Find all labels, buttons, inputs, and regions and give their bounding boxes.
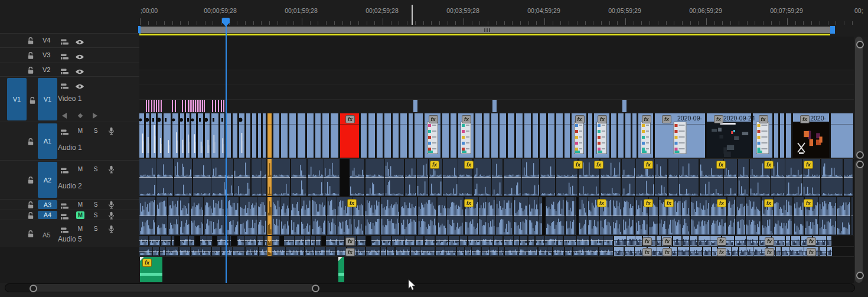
- v2-short-clip[interactable]: [185, 100, 186, 112]
- audio-clip[interactable]: [735, 236, 746, 246]
- v2-short-clip[interactable]: [182, 100, 183, 112]
- audio-clip[interactable]: [326, 247, 336, 256]
- audio-clip[interactable]: [746, 197, 761, 235]
- track-name[interactable]: Audio 5: [58, 235, 82, 243]
- v2-short-clip[interactable]: [175, 100, 176, 112]
- audio-clip[interactable]: [193, 159, 211, 196]
- audio-clip[interactable]: [200, 236, 207, 246]
- audio-clip[interactable]: [357, 247, 366, 256]
- audio-clip[interactable]: [259, 247, 267, 256]
- sequence-marker-tick[interactable]: [412, 5, 413, 25]
- audio-clip[interactable]: [736, 197, 746, 235]
- fx-badge[interactable]: fx: [717, 199, 726, 207]
- v2-short-clip[interactable]: [156, 100, 157, 112]
- audio-clip[interactable]: [492, 159, 502, 196]
- audio-clip[interactable]: [253, 247, 258, 256]
- audio-clip[interactable]: [180, 236, 188, 246]
- video-clip[interactable]: [475, 113, 482, 158]
- video-clip[interactable]: [239, 113, 244, 158]
- previous-keyframe-button[interactable]: [62, 110, 67, 121]
- audio-clip[interactable]: [528, 197, 539, 235]
- audio-clip[interactable]: [418, 197, 437, 235]
- audio-clip[interactable]: [191, 247, 201, 256]
- audio-clip[interactable]: [267, 247, 272, 256]
- audio-clip[interactable]: [381, 197, 400, 235]
- audio-clip[interactable]: [678, 159, 699, 196]
- audio-clip[interactable]: [565, 247, 573, 256]
- lock-icon[interactable]: [27, 176, 34, 187]
- audio-clip[interactable]: [233, 247, 245, 256]
- audio-clip[interactable]: [392, 236, 404, 246]
- track-target-a4[interactable]: A4: [38, 211, 57, 219]
- audio-clip[interactable]: [416, 236, 424, 246]
- video-clip[interactable]: [831, 113, 853, 158]
- audio-clip[interactable]: [385, 159, 404, 196]
- mute-button[interactable]: M: [76, 127, 84, 135]
- fx-badge[interactable]: fx: [464, 199, 474, 207]
- v2-short-clip[interactable]: [202, 100, 203, 112]
- audio-clip[interactable]: [579, 197, 587, 235]
- fx-badge[interactable]: fx: [345, 115, 355, 123]
- track-name[interactable]: Audio 1: [58, 143, 82, 152]
- audio-clip[interactable]: [438, 197, 446, 235]
- audio-clip[interactable]: [690, 247, 702, 256]
- fx-badge[interactable]: fx: [807, 237, 816, 246]
- video-clip[interactable]: [289, 113, 296, 158]
- sync-lock-icon[interactable]: [60, 81, 69, 92]
- video-clip[interactable]: [533, 113, 538, 158]
- audio-clip[interactable]: [245, 236, 257, 246]
- audio-clip[interactable]: [230, 236, 231, 246]
- audio-clip[interactable]: [267, 159, 272, 196]
- video-clip[interactable]: [377, 113, 383, 158]
- video-clip[interactable]: [618, 113, 624, 158]
- audio-clip[interactable]: [168, 197, 179, 235]
- audio-clip[interactable]: [286, 247, 299, 256]
- audio-clip[interactable]: [405, 159, 416, 196]
- audio-clip[interactable]: [139, 236, 149, 246]
- audio-clip[interactable]: [518, 247, 527, 256]
- solo-button[interactable]: S: [92, 211, 100, 219]
- next-keyframe-button[interactable]: [93, 110, 97, 121]
- audio-clip[interactable]: [139, 159, 156, 196]
- audio-clip[interactable]: [366, 247, 380, 256]
- video-clip[interactable]: [415, 113, 423, 158]
- lock-icon[interactable]: [27, 230, 34, 240]
- audio-clip[interactable]: [546, 197, 565, 235]
- audio-clip[interactable]: [180, 197, 190, 235]
- track-label[interactable]: A5: [43, 231, 50, 239]
- v2-short-clip[interactable]: [195, 100, 196, 112]
- audio-clip[interactable]: [514, 236, 519, 246]
- sync-lock-icon[interactable]: [60, 166, 69, 177]
- audio-clip[interactable]: [601, 159, 621, 196]
- fx-badge[interactable]: fx: [429, 115, 438, 123]
- video-clip[interactable]: [233, 113, 237, 158]
- audio-clip[interactable]: [573, 247, 585, 256]
- fx-badge[interactable]: fx: [345, 248, 355, 256]
- audio-clip[interactable]: [540, 159, 556, 196]
- fx-badge[interactable]: fx: [642, 248, 652, 256]
- v2-short-clip[interactable]: [200, 100, 201, 112]
- audio-clip[interactable]: [425, 236, 435, 246]
- audio-clip[interactable]: [827, 236, 832, 246]
- audio-clip[interactable]: [566, 197, 575, 235]
- audio-clip[interactable]: [211, 159, 233, 196]
- audio-clip[interactable]: [387, 247, 395, 256]
- audio-clip[interactable]: [324, 159, 340, 196]
- work-area-end-handle[interactable]: [830, 26, 835, 34]
- video-clip[interactable]: [172, 113, 178, 158]
- audio-clip[interactable]: [366, 159, 384, 196]
- fx-badge[interactable]: fx: [714, 115, 723, 123]
- track-target-a3[interactable]: A3: [38, 200, 57, 209]
- audio-clip[interactable]: [603, 236, 614, 246]
- audio-clip[interactable]: [350, 159, 365, 196]
- fx-badge[interactable]: fx: [644, 199, 653, 207]
- audio-clip[interactable]: [381, 236, 391, 246]
- v2-short-clip[interactable]: [172, 100, 173, 112]
- video-clip[interactable]: [451, 113, 456, 158]
- v2-short-clip[interactable]: [198, 100, 200, 112]
- audio-clip[interactable]: [149, 236, 161, 246]
- audio-clip[interactable]: [635, 236, 642, 246]
- video-clip[interactable]: [780, 113, 784, 158]
- fx-badge[interactable]: fx: [807, 248, 816, 256]
- audio-clip[interactable]: [504, 236, 513, 246]
